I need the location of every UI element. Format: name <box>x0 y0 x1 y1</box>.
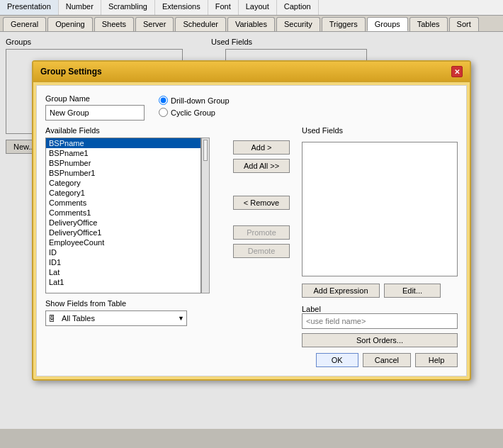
menu-extensions[interactable]: Extensions <box>155 0 208 15</box>
right-panel: Used Fields Add Expression Edit... Label… <box>302 126 458 347</box>
tab-sort[interactable]: Sort <box>449 17 479 31</box>
table-dropdown-wrapper[interactable]: 🗄 All Tables ▼ <box>45 310 187 326</box>
add-expression-button[interactable]: Add Expression <box>302 284 380 298</box>
list-item[interactable]: Comments <box>46 198 200 208</box>
list-item[interactable]: Lat1 <box>46 277 200 287</box>
cyclic-radio-label[interactable]: Cyclic Group <box>159 108 230 117</box>
used-fields-list[interactable] <box>302 142 458 276</box>
list-item[interactable]: Category1 <box>46 188 200 198</box>
tab-variables[interactable]: Variables <box>227 17 275 31</box>
menu-font[interactable]: Font <box>208 0 239 15</box>
sort-orders-button[interactable]: Sort Orders... <box>302 333 458 347</box>
dialog-buttons-row: OK Cancel Help <box>45 353 458 367</box>
group-name-input[interactable] <box>45 105 145 121</box>
show-fields-label: Show Fields from Table <box>45 299 126 308</box>
label-section: Label <box>302 305 458 329</box>
list-item[interactable]: DeliveryOffice1 <box>46 228 200 237</box>
show-fields-row: Show Fields from Table <box>45 299 221 308</box>
available-fields-list[interactable]: BSPname BSPname1 BSPnumber BSPnumber1 Ca… <box>45 138 201 293</box>
tab-tables[interactable]: Tables <box>409 17 448 31</box>
tab-triggers[interactable]: Triggers <box>322 17 366 31</box>
middle-buttons: Add > Add All >> < Remove Promote Demote <box>230 126 293 347</box>
list-item[interactable]: Comments1 <box>46 208 200 218</box>
label-label: Label <box>302 305 458 313</box>
list-item[interactable]: Category <box>46 178 200 188</box>
cancel-button[interactable]: Cancel <box>363 353 411 367</box>
modal-overlay: Group Settings ✕ Group Name Drill-down G… <box>0 32 503 448</box>
remove-button[interactable]: < Remove <box>233 196 290 210</box>
left-panel: Available Fields BSPname BSPname1 BSPnum… <box>45 126 221 347</box>
tab-opening[interactable]: Opening <box>47 17 93 31</box>
tab-security[interactable]: Security <box>276 17 320 31</box>
menu-presentation[interactable]: Presentation <box>0 0 59 15</box>
list-item[interactable]: DeliveryOffice <box>46 218 200 228</box>
dialog-main-section: Available Fields BSPname BSPname1 BSPnum… <box>45 126 458 347</box>
demote-button[interactable]: Demote <box>233 244 290 258</box>
list-item[interactable]: BSPnumber <box>46 158 200 168</box>
list-item[interactable]: ID <box>46 247 200 257</box>
dialog-title: Group Settings <box>40 67 102 77</box>
tab-scheduler[interactable]: Scheduler <box>175 17 226 31</box>
add-all-button[interactable]: Add All >> <box>233 159 290 173</box>
list-item[interactable]: EmployeeCount <box>46 237 200 247</box>
action-btns-row: Add Expression Edit... <box>302 284 458 298</box>
list-item[interactable]: BSPnumber1 <box>46 168 200 178</box>
dialog-title-bar: Group Settings ✕ <box>33 62 470 82</box>
cyclic-label: Cyclic Group <box>171 108 215 117</box>
menu-scrambling[interactable]: Scrambling <box>101 0 155 15</box>
cyclic-radio[interactable] <box>159 108 168 117</box>
main-content: Groups Used Fields New... Group Settings… <box>0 32 503 429</box>
add-button[interactable]: Add > <box>233 140 290 155</box>
help-button[interactable]: Help <box>415 353 458 367</box>
close-button[interactable]: ✕ <box>451 66 463 77</box>
tab-server[interactable]: Server <box>135 17 174 31</box>
menu-layout[interactable]: Layout <box>239 0 277 15</box>
menu-caption[interactable]: Caption <box>277 0 319 15</box>
tab-groups[interactable]: Groups <box>367 17 408 31</box>
list-item[interactable]: BSPname1 <box>46 148 200 158</box>
list-item[interactable]: Lat <box>46 267 200 277</box>
promote-button[interactable]: Promote <box>233 225 290 240</box>
used-fields-label: Used Fields <box>302 126 458 135</box>
label-input[interactable] <box>302 313 458 329</box>
dialog-body: Group Name Drill-down Group Cyclic Group <box>36 85 467 376</box>
drill-down-radio-label[interactable]: Drill-down Group <box>159 96 230 105</box>
tab-sheets[interactable]: Sheets <box>94 17 134 31</box>
list-item[interactable]: BSPname <box>46 138 200 148</box>
menu-bar: Presentation Number Scrambling Extension… <box>0 0 503 16</box>
tab-bar: General Opening Sheets Server Scheduler … <box>0 16 503 32</box>
list-item[interactable]: ID1 <box>46 257 200 267</box>
available-fields-label: Available Fields <box>45 126 221 135</box>
ok-button[interactable]: OK <box>316 353 358 367</box>
drill-down-label: Drill-down Group <box>171 96 230 105</box>
table-dropdown[interactable]: All Tables <box>45 310 187 326</box>
tab-general[interactable]: General <box>3 17 46 31</box>
drill-down-radio[interactable] <box>159 96 168 105</box>
group-settings-dialog: Group Settings ✕ Group Name Drill-down G… <box>32 60 471 381</box>
menu-number[interactable]: Number <box>59 0 101 15</box>
edit-button[interactable]: Edit... <box>384 284 441 298</box>
group-name-label: Group Name <box>45 94 145 103</box>
